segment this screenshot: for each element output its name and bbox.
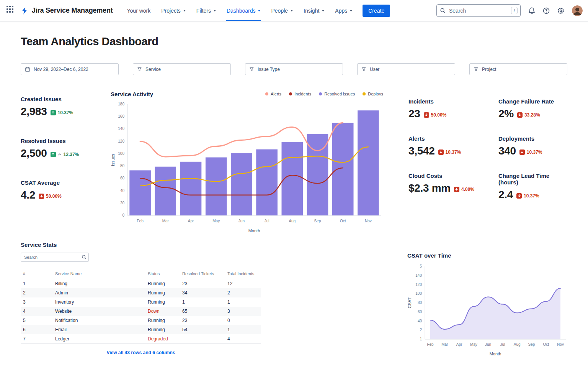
global-search: / xyxy=(436,4,521,17)
svg-text:Mar: Mar xyxy=(162,219,169,223)
nav-item-dashboards[interactable]: Dashboards xyxy=(222,0,265,21)
x-axis-ticks: FebMarAprMayJunJulAugSepOctNov xyxy=(427,342,564,347)
chevron-down-icon xyxy=(258,10,260,12)
kpi-trend-down: 50.00% xyxy=(424,112,447,118)
table-cell: 7 xyxy=(21,334,53,344)
help-button[interactable] xyxy=(541,5,552,16)
create-button[interactable]: Create xyxy=(363,5,390,17)
kpi-value-row: 2350.00% xyxy=(408,108,498,120)
nav-item-label: Projects xyxy=(161,8,181,14)
table-cell: 5 xyxy=(21,316,53,325)
nav-item-people[interactable]: People xyxy=(267,0,297,21)
bell-icon xyxy=(528,7,536,15)
bar xyxy=(206,158,227,215)
svg-text:CSAT: CSAT xyxy=(407,297,412,308)
y-axis-ticks: 020406080100120140160180 xyxy=(118,102,124,217)
page-title: Team Analytics Dashboard xyxy=(21,35,567,48)
table-cell: 23 xyxy=(180,316,225,325)
avatar-image xyxy=(572,5,583,16)
filter-project[interactable]: Project xyxy=(469,63,567,75)
svg-text:Jul: Jul xyxy=(500,342,505,347)
trend-down-icon xyxy=(516,193,522,199)
legend-label: Incidents xyxy=(294,92,311,96)
svg-text:60: 60 xyxy=(120,176,125,180)
kpi-value: 3,542 xyxy=(408,145,435,157)
table-row[interactable]: 7LedgerDegraded4 xyxy=(21,334,261,344)
table-cell: 1 xyxy=(180,297,225,307)
table-cell: Email xyxy=(53,325,145,334)
filter-date-range[interactable]: Nov 29, 2022–Dec 6, 2022 xyxy=(21,63,119,75)
trend-down-icon xyxy=(519,150,525,155)
svg-text:Nov: Nov xyxy=(365,219,372,223)
filter-issue-type[interactable]: Issue Type xyxy=(245,63,343,75)
svg-text:180: 180 xyxy=(118,102,124,106)
table-row[interactable]: 2AdminRunning342 xyxy=(21,288,261,297)
brand-name: Jira Service Management xyxy=(32,7,113,15)
bars-resolved-issues xyxy=(129,110,379,215)
svg-text:Jun: Jun xyxy=(485,342,491,347)
nav-left: Jira Service Management Your workProject… xyxy=(6,0,390,21)
table-cell: 12 xyxy=(225,279,261,289)
filter-icon xyxy=(361,67,366,72)
legend-dot xyxy=(289,92,292,95)
kpi-trend-down: 33.28% xyxy=(517,112,540,118)
nav-item-insight[interactable]: Insight xyxy=(299,0,328,21)
kpi-label: CSAT Average xyxy=(21,179,111,186)
table-cell: 6 xyxy=(21,325,53,334)
kpi-value: 23 xyxy=(408,108,420,120)
brand-link[interactable]: Jira Service Management xyxy=(21,7,113,15)
settings-button[interactable] xyxy=(555,5,567,16)
filter-service[interactable]: Service xyxy=(133,63,231,75)
filter-label: Project xyxy=(482,67,496,72)
table-row[interactable]: 4WebsiteDown653 xyxy=(21,307,261,316)
area-fill xyxy=(430,288,560,339)
svg-text:May: May xyxy=(212,219,220,223)
bar xyxy=(256,150,278,215)
table-cell: Running xyxy=(145,316,180,325)
table-row[interactable]: 6EmailRunning541 xyxy=(21,325,261,334)
svg-text:60: 60 xyxy=(418,310,422,314)
kpi-label: Change Lead Time (hours) xyxy=(498,172,567,186)
nav-item-filters[interactable]: Filters xyxy=(192,0,220,21)
filter-user[interactable]: User xyxy=(357,63,455,75)
nav-item-label: Filters xyxy=(196,8,211,14)
svg-text:40: 40 xyxy=(120,189,125,193)
dashboard-main: Team Analytics Dashboard Nov 29, 2022–De… xyxy=(0,35,588,360)
table-search-input[interactable] xyxy=(21,253,89,262)
nav-item-label: Insight xyxy=(304,8,319,14)
search-input[interactable] xyxy=(436,4,521,17)
nav-item-your-work[interactable]: Your work xyxy=(123,0,155,21)
kpi-value-row: 3,54210.37% xyxy=(408,145,498,157)
view-all-link[interactable]: View all 43 rows and 6 columns xyxy=(21,350,261,355)
kpi-deployments: Deployments34010.37% xyxy=(498,135,567,157)
nav-item-projects[interactable]: Projects xyxy=(157,0,190,21)
svg-text:Sep: Sep xyxy=(314,219,321,223)
kpi-trend-down: 10.37% xyxy=(438,150,461,155)
svg-text:Aug: Aug xyxy=(289,219,296,223)
filter-icon xyxy=(137,67,142,72)
user-avatar[interactable] xyxy=(572,5,583,16)
table-row[interactable]: 3InventoryRunning11 xyxy=(21,297,261,307)
app-switcher-button[interactable] xyxy=(6,5,17,16)
service-activity-chart: 020406080100120140160180FebMarAprMayJunJ… xyxy=(111,100,383,235)
kpi-column-left: Created Issues2,98310.37%Resolved Issues… xyxy=(21,90,111,237)
table-row[interactable]: 5NotificationRunning230 xyxy=(21,316,261,325)
search-icon xyxy=(82,255,87,260)
svg-text:5: 5 xyxy=(420,264,422,268)
svg-text:Issues: Issues xyxy=(111,154,115,166)
svg-text:0: 0 xyxy=(122,213,124,217)
kpi-value: 340 xyxy=(498,145,516,157)
table-cell: 34 xyxy=(180,288,225,297)
nav-item-apps[interactable]: Apps xyxy=(331,0,356,21)
search-shortcut-badge: / xyxy=(511,7,518,14)
table-cell: Ledger xyxy=(53,334,145,344)
trend-down-icon xyxy=(517,112,523,118)
bottom-row: Service Stats #Service NameStatusResolve… xyxy=(21,242,567,360)
filter-label: User xyxy=(370,67,379,72)
kpi-csat-average: CSAT Average4.250.00% xyxy=(21,179,111,201)
notifications-button[interactable] xyxy=(526,5,537,16)
kpi-value-row: 4.250.00% xyxy=(21,189,111,201)
kpi-value: 2,983 xyxy=(21,105,47,118)
table-row[interactable]: 1BillingRunning2312 xyxy=(21,279,261,289)
svg-text:Apr: Apr xyxy=(456,342,462,347)
